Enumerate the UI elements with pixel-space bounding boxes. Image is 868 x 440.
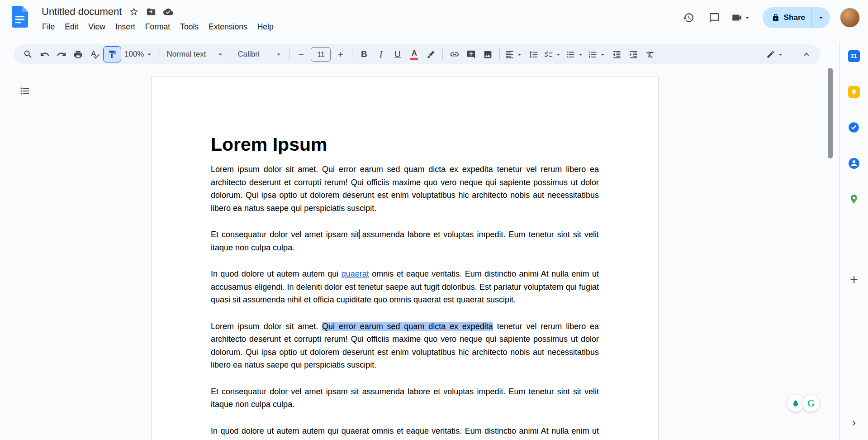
tasks-button[interactable] <box>848 121 860 134</box>
open-comments-button[interactable] <box>705 8 725 28</box>
redo-icon <box>57 49 66 59</box>
paragraph-4[interactable]: Lorem ipsum dolor sit amet. Qui error ea… <box>211 320 599 372</box>
page-title[interactable]: Lorem Ipsum <box>211 134 599 156</box>
numbered-list-button[interactable] <box>586 50 608 59</box>
toolbar-divider <box>231 48 231 60</box>
increase-indent-button[interactable] <box>625 46 642 63</box>
document-outline-icon <box>19 86 30 96</box>
highlight-color-button[interactable] <box>422 46 439 63</box>
line-spacing-button[interactable] <box>525 46 542 63</box>
chevron-down-icon <box>555 51 562 58</box>
bold-button[interactable]: B <box>356 46 372 63</box>
share-split-divider <box>811 7 812 28</box>
keep-button[interactable] <box>848 86 860 98</box>
add-comment-button[interactable] <box>463 46 479 63</box>
top-bar-actions: Share <box>678 7 860 28</box>
paint-format-button[interactable] <box>103 46 121 62</box>
font-size-input[interactable] <box>311 47 331 62</box>
minus-icon <box>297 50 305 58</box>
menu-view[interactable]: View <box>83 21 110 33</box>
search-icon <box>23 49 33 59</box>
undo-icon <box>40 49 50 59</box>
underline-button[interactable]: U <box>389 46 406 63</box>
spelling-grammar-check-button[interactable] <box>86 46 103 63</box>
paragraph-5[interactable]: Et consequatur dolor vel amet ipsam sit … <box>211 385 599 411</box>
bulleted-list-icon <box>566 50 575 59</box>
join-call-button[interactable] <box>731 12 752 24</box>
calendar-button[interactable]: 31 <box>848 50 860 62</box>
docs-home-button[interactable] <box>12 6 28 28</box>
clear-formatting-button[interactable] <box>642 46 659 63</box>
menu-tools[interactable]: Tools <box>175 21 204 33</box>
increase-indent-icon <box>629 50 638 59</box>
chevron-down-icon <box>275 50 283 58</box>
get-add-ons-button[interactable] <box>848 274 860 286</box>
document-page[interactable]: Lorem Ipsum Lorem ipsum dolor sit amet. … <box>151 77 659 440</box>
menu-insert[interactable]: Insert <box>110 21 140 33</box>
maps-button[interactable] <box>848 193 860 205</box>
plus-icon <box>848 274 860 286</box>
comment-icon <box>709 12 720 24</box>
paragraph-3[interactable]: In quod dolore ut autem autem qui quaera… <box>211 268 599 306</box>
menu-format[interactable]: Format <box>140 21 175 33</box>
undo-button[interactable] <box>36 46 53 63</box>
font-select[interactable]: Calibri <box>234 50 286 59</box>
decrease-indent-icon <box>612 50 621 59</box>
video-call-icon <box>731 12 743 24</box>
zoom-select[interactable]: 100% <box>121 50 157 59</box>
bulleted-list-button[interactable] <box>564 50 586 59</box>
highlighter-icon <box>426 50 436 59</box>
menu-edit[interactable]: Edit <box>60 21 83 33</box>
spellcheck-icon <box>90 49 100 59</box>
editing-mode-button[interactable] <box>764 50 786 59</box>
insert-image-button[interactable] <box>479 46 496 63</box>
print-button[interactable] <box>70 46 86 63</box>
paragraph-2[interactable]: Et consequatur dolor vel amet ipsam sit … <box>211 228 599 254</box>
text-color-button[interactable]: A <box>406 46 422 63</box>
menu-extensions[interactable]: Extensions <box>204 21 252 33</box>
cloud-saved-icon[interactable] <box>163 7 173 17</box>
toolbar-divider <box>160 48 160 60</box>
paragraph-1[interactable]: Lorem ipsum dolor sit amet. Qui error ea… <box>211 163 599 215</box>
contacts-button[interactable] <box>848 157 860 169</box>
toolbar-divider <box>442 48 443 60</box>
checklist-button[interactable] <box>542 50 564 59</box>
show-outline-button[interactable] <box>15 81 34 100</box>
add-comment-icon <box>466 50 476 59</box>
numbered-list-icon <box>588 50 598 59</box>
share-button[interactable]: Share <box>763 7 830 28</box>
decrease-indent-button[interactable] <box>608 46 625 63</box>
increase-font-size-button[interactable] <box>332 46 349 63</box>
move-folder-icon[interactable] <box>146 7 156 17</box>
grammarly-tone-button[interactable] <box>787 395 804 412</box>
redo-button[interactable] <box>53 46 70 63</box>
decrease-font-size-button[interactable] <box>293 46 309 63</box>
keep-icon <box>848 86 860 98</box>
text-run: Lorem ipsum dolor sit amet. Qui error ea… <box>211 165 599 213</box>
selected-text[interactable]: Qui error earum sed quam dicta ex expedi… <box>322 322 493 331</box>
grammarly-button[interactable]: G <box>802 395 820 412</box>
star-icon[interactable] <box>129 7 139 17</box>
search-menus-button[interactable] <box>19 46 36 63</box>
align-button[interactable] <box>503 50 525 59</box>
toolbar-divider <box>289 48 289 60</box>
document-title[interactable]: Untitled document <box>42 6 122 18</box>
chevron-down-icon <box>216 50 224 58</box>
menu-help[interactable]: Help <box>252 21 279 33</box>
account-avatar[interactable] <box>840 8 860 28</box>
grammarly-tone-icon <box>791 399 800 408</box>
vertical-scrollbar[interactable] <box>827 64 833 440</box>
insert-link-button[interactable] <box>446 46 463 63</box>
hide-side-panel-button[interactable] <box>849 418 859 428</box>
italic-button[interactable]: I <box>372 46 389 63</box>
version-history-button[interactable] <box>678 8 698 28</box>
quaerat-link[interactable]: quaerat <box>342 269 369 278</box>
menu-file[interactable]: File <box>37 21 60 33</box>
bold-label: B <box>361 49 367 59</box>
paragraph-style-select[interactable]: Normal text <box>163 50 228 59</box>
paragraph-6[interactable]: In quod dolore ut autem autem qui quaera… <box>211 425 599 440</box>
hide-menus-button[interactable] <box>798 46 815 63</box>
scrollbar-thumb[interactable] <box>828 68 833 158</box>
chevron-up-icon <box>802 49 811 59</box>
share-options-button[interactable] <box>812 13 830 22</box>
